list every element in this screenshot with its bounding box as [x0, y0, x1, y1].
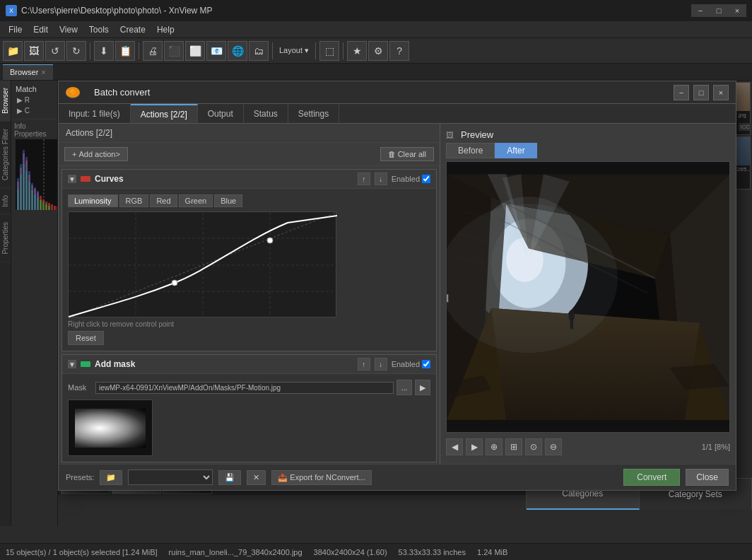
tab-settings[interactable]: Settings	[288, 104, 339, 123]
toolbar-sep-1	[90, 42, 90, 59]
batch-icon: 🔶	[66, 87, 80, 98]
left-panel: Match ▶ R ▶ C Info Properties	[11, 81, 58, 526]
mask-arrow[interactable]: ▶	[415, 380, 430, 395]
toolbar-btn-2[interactable]: 🖼	[24, 41, 44, 61]
mask-enabled-check[interactable]	[422, 360, 430, 368]
preview-grid[interactable]: ⊞	[505, 438, 522, 455]
layout-label: Layout ▾	[276, 46, 312, 55]
actions-header: Actions [2/2]	[59, 124, 440, 143]
curve-tab-red[interactable]: Red	[150, 194, 177, 207]
toolbar-btn-1[interactable]: 📁	[3, 41, 23, 61]
clear-icon: 🗑	[388, 150, 396, 158]
curves-tabs: Luminosity RGB Red Green Blue	[68, 194, 430, 207]
batch-minimize[interactable]: −	[674, 85, 689, 100]
curve-tab-green[interactable]: Green	[179, 194, 213, 207]
export-nconvert-btn[interactable]: 📤 Export for NConvert...	[271, 470, 371, 485]
convert-button[interactable]: Convert	[623, 469, 680, 486]
expand-arrow[interactable]: ◀	[446, 291, 448, 304]
toolbar-btn-4[interactable]: 📋	[115, 41, 135, 61]
preview-icon: 🖼	[446, 131, 454, 139]
add-action-button[interactable]: + Add action>	[64, 147, 128, 161]
tab-output[interactable]: Output	[198, 104, 244, 123]
mask-preview	[68, 399, 153, 456]
batch-close[interactable]: ×	[713, 85, 729, 100]
toolbar-btn-10[interactable]: 🗂	[249, 41, 269, 61]
toolbar-btn-refresh[interactable]: ↺	[45, 41, 65, 61]
close-dialog-button[interactable]: Close	[686, 469, 729, 486]
curve-tab-rgb[interactable]: RGB	[119, 194, 149, 207]
toolbar-sep-3	[272, 42, 273, 59]
toolbar-btn-refresh2[interactable]: ↻	[66, 41, 86, 61]
svg-rect-14	[54, 206, 56, 210]
status-objects: 15 object(s) / 1 object(s) selected [1.2…	[6, 548, 158, 556]
mask-browse[interactable]: ...	[396, 380, 412, 395]
preview-before-tab[interactable]: Before	[446, 143, 495, 158]
maximize-button[interactable]: □	[710, 4, 728, 17]
curves-enabled-check[interactable]	[422, 175, 430, 183]
actions-panel: Actions [2/2] + Add action> 🗑 Clear all	[59, 124, 440, 464]
tab-input[interactable]: Input: 1 file(s)	[59, 104, 131, 123]
preview-fit[interactable]: ⊙	[525, 438, 542, 455]
properties-label: Properties	[14, 130, 54, 138]
preview-zoom-in[interactable]: ⊕	[486, 438, 503, 455]
curves-move-up[interactable]: ↑	[358, 173, 370, 185]
tree-item-c[interactable]: ▶ C	[14, 105, 54, 116]
toolbar-btn-9[interactable]: 🌐	[228, 41, 247, 61]
curve-tab-luminosity[interactable]: Luminosity	[68, 194, 118, 207]
toolbar-btn-13[interactable]: ⚙	[368, 41, 388, 61]
toolbar: 📁 🖼 ↺ ↻ ⬇ 📋 🖨 ⬛ ⬜ 📧 🌐 🗂 Layout ▾ ⬚ ★ ⚙ ?	[0, 38, 752, 64]
minimize-button[interactable]: −	[691, 4, 710, 17]
presets-folder-btn[interactable]: 📁	[100, 470, 122, 485]
svg-point-48	[172, 280, 177, 286]
toolbar-btn-7[interactable]: ⬜	[185, 41, 205, 61]
toolbar-btn-12[interactable]: ★	[347, 41, 367, 61]
mask-move-up[interactable]: ↑	[358, 358, 370, 371]
export-icon: 📤	[278, 473, 288, 482]
clear-all-button[interactable]: 🗑 Clear all	[380, 147, 434, 161]
close-button[interactable]: ×	[728, 4, 746, 17]
menu-file[interactable]: File	[3, 23, 28, 36]
preview-after-tab[interactable]: After	[495, 143, 536, 158]
browser-tab[interactable]: Browser ×	[3, 64, 53, 80]
batch-maximize[interactable]: □	[693, 85, 709, 100]
toolbar-btn-14[interactable]: ?	[389, 41, 409, 61]
status-dimensions: 3840x2400x24 (1.60)	[314, 548, 387, 556]
vtab-info[interactable]: Info	[0, 188, 11, 215]
curve-tab-blue[interactable]: Blue	[214, 194, 242, 207]
toolbar-btn-5[interactable]: 🖨	[143, 41, 163, 61]
vtab-categories[interactable]: Categories Filter	[0, 122, 11, 188]
menu-create[interactable]: Create	[114, 23, 151, 36]
curves-block: ▼ Curves ↑ ↓ Enabled	[61, 169, 437, 351]
vtab-properties[interactable]: Properties	[0, 215, 11, 262]
preview-zoom-out[interactable]: ⊖	[545, 438, 562, 455]
tab-status[interactable]: Status	[244, 104, 288, 123]
preview-nav-next[interactable]: ▶	[466, 438, 483, 455]
curves-move-down[interactable]: ↓	[375, 173, 387, 185]
tree-item-r[interactable]: ▶ R	[14, 95, 54, 105]
toolbar-btn-3[interactable]: ⬇	[94, 41, 114, 61]
svg-rect-34	[23, 150, 25, 210]
curves-collapse[interactable]: ▼	[68, 175, 76, 183]
curves-canvas[interactable]	[68, 211, 336, 317]
presets-delete-btn[interactable]: ✕	[247, 470, 266, 485]
tab-actions[interactable]: Actions [2/2]	[131, 104, 198, 123]
toolbar-btn-6[interactable]: ⬛	[164, 41, 184, 61]
menu-tools[interactable]: Tools	[83, 23, 114, 36]
batch-footer: Presets: 📁 💾 ✕ 📤 Export for NConvert... …	[59, 464, 736, 490]
curves-reset[interactable]: Reset	[68, 331, 104, 345]
vtab-browser[interactable]: Browser	[0, 81, 11, 122]
side-vertical-tabs: Browser Categories Filter Info Propertie…	[0, 81, 11, 526]
status-filename: ruins_man_loneli..._79_3840x2400.jpg	[169, 548, 302, 556]
mask-collapse[interactable]: ▼	[68, 360, 76, 368]
app-title: C:\Users\pierre\Desktop\photo\photo\ - X…	[21, 6, 691, 16]
toolbar-btn-8[interactable]: 📧	[206, 41, 226, 61]
preview-nav-prev[interactable]: ◀	[446, 438, 463, 455]
browser-tab-close[interactable]: ×	[41, 68, 45, 76]
mask-move-down[interactable]: ↓	[375, 358, 387, 371]
presets-save-btn[interactable]: 💾	[218, 470, 241, 485]
menu-view[interactable]: View	[54, 23, 83, 36]
toolbar-btn-11[interactable]: ⬚	[319, 41, 339, 61]
menu-help[interactable]: Help	[151, 23, 180, 36]
presets-select[interactable]	[128, 469, 213, 485]
menu-edit[interactable]: Edit	[28, 23, 54, 36]
